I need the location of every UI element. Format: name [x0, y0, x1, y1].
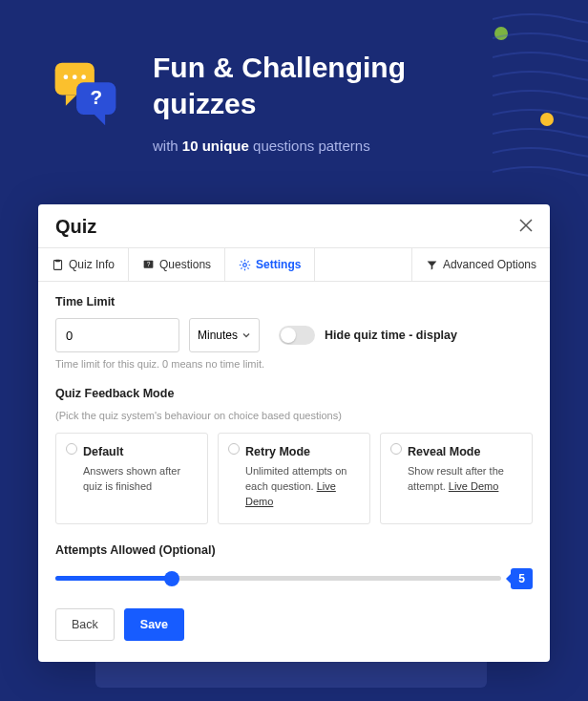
- panel-title: Quiz: [55, 216, 96, 238]
- hero-title-line2: quizzes: [153, 88, 256, 119]
- close-button[interactable]: [519, 217, 533, 237]
- attempts-slider[interactable]: [55, 576, 501, 581]
- feedback-card-desc: Unlimited attempts on each question. Liv…: [245, 464, 358, 510]
- hero-title-line1: Fun & Challenging: [153, 52, 406, 83]
- quiz-settings-panel: Quiz Quiz Info ? Questions Settings Adva…: [38, 204, 550, 662]
- feedback-mode-label: Quiz Feedback Mode: [55, 387, 533, 400]
- hide-time-label: Hide quiz time - display: [325, 329, 457, 342]
- svg-point-3: [81, 74, 86, 79]
- feedback-card-retry[interactable]: Retry Mode Unlimited attempts on each qu…: [218, 433, 370, 524]
- slider-fill: [55, 576, 172, 581]
- tab-label: Advanced Options: [443, 258, 536, 271]
- filter-icon: [426, 259, 438, 271]
- svg-rect-7: [55, 259, 60, 261]
- time-unit-value: Minutes: [198, 329, 238, 342]
- tab-label: Quiz Info: [69, 258, 115, 271]
- tabs: Quiz Info ? Questions Settings Advanced …: [38, 247, 550, 282]
- attempts-label: Attempts Allowed (Optional): [55, 543, 533, 557]
- question-icon: ?: [142, 259, 155, 271]
- radio-icon: [66, 443, 77, 455]
- slider-thumb[interactable]: [164, 571, 179, 586]
- feedback-card-title: Default: [83, 445, 196, 458]
- feedback-card-desc: Answers shown after quiz is finished: [83, 464, 196, 495]
- live-demo-link[interactable]: Live Demo: [449, 480, 499, 492]
- tab-label: Questions: [159, 258, 211, 271]
- feedback-mode-hint: (Pick the quiz system's behaviour on cho…: [55, 410, 533, 421]
- hide-time-toggle[interactable]: [279, 326, 315, 345]
- tab-spacer: [315, 248, 412, 281]
- svg-text:?: ?: [147, 261, 151, 267]
- hero-title: Fun & Challenging quizzes: [153, 50, 406, 121]
- feedback-card-default[interactable]: Default Answers shown after quiz is fini…: [55, 433, 208, 524]
- svg-point-10: [243, 263, 247, 266]
- bg-wave-decoration: [493, 10, 588, 181]
- time-unit-select[interactable]: Minutes: [189, 318, 260, 352]
- feedback-card-reveal[interactable]: Reveal Mode Show result after the attemp…: [380, 433, 533, 524]
- feedback-card-title: Reveal Mode: [408, 445, 520, 458]
- close-icon: [519, 219, 533, 232]
- svg-point-2: [73, 74, 77, 79]
- feedback-card-desc: Show result after the attempt. Live Demo: [408, 464, 520, 495]
- feedback-card-title: Retry Mode: [245, 445, 358, 458]
- radio-icon: [228, 443, 240, 455]
- hero-subtitle: with 10 unique questions patterns: [153, 138, 370, 154]
- back-button[interactable]: Back: [55, 608, 115, 641]
- chevron-down-icon: [242, 330, 251, 340]
- svg-text:?: ?: [90, 86, 102, 108]
- time-limit-hint: Time limit for this quiz. 0 means no tim…: [55, 358, 533, 370]
- time-limit-input[interactable]: [55, 318, 179, 352]
- svg-point-1: [64, 74, 69, 79]
- tab-label: Settings: [256, 258, 301, 271]
- time-limit-label: Time Limit: [55, 295, 533, 308]
- clipboard-icon: [52, 259, 64, 271]
- tab-settings[interactable]: Settings: [225, 248, 315, 281]
- tab-questions[interactable]: ? Questions: [129, 248, 225, 281]
- radio-icon: [390, 443, 402, 455]
- gear-icon: [239, 259, 251, 271]
- tab-advanced-options[interactable]: Advanced Options: [412, 248, 550, 281]
- save-button[interactable]: Save: [124, 608, 184, 641]
- tab-quiz-info[interactable]: Quiz Info: [38, 248, 129, 281]
- attempts-value-badge: 5: [511, 568, 533, 589]
- chat-bubbles-icon: ?: [50, 57, 121, 129]
